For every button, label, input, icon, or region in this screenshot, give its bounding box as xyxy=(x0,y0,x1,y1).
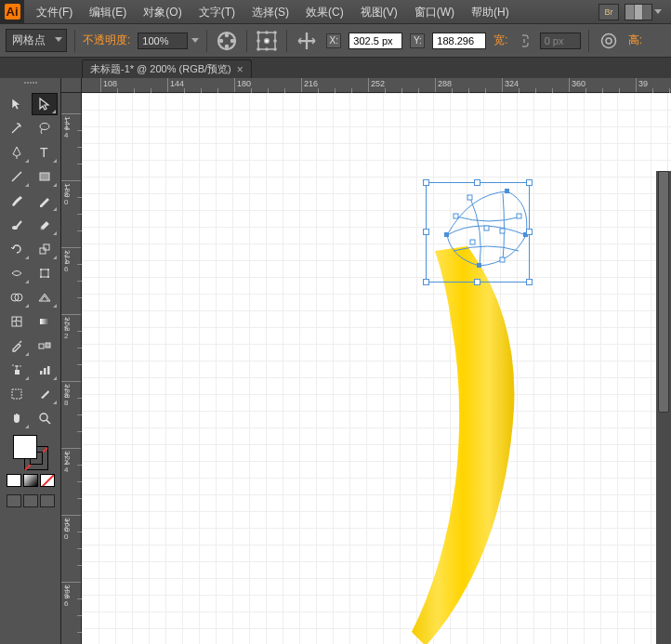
resize-handle-tl[interactable] xyxy=(423,179,429,186)
menu-window[interactable]: 窗口(W) xyxy=(406,0,463,24)
blend-tool[interactable] xyxy=(32,335,58,357)
symbol-sprayer-tool[interactable] xyxy=(4,359,30,381)
resize-handle-br[interactable] xyxy=(526,279,533,285)
vertical-ruler-column: 1441802162522883243603964 xyxy=(61,78,82,644)
menu-effect[interactable]: 效果(C) xyxy=(297,0,352,24)
menu-type[interactable]: 文字(T) xyxy=(191,0,243,24)
slice-tool[interactable] xyxy=(32,383,58,405)
svg-rect-32 xyxy=(40,319,49,324)
resize-handle-mr[interactable] xyxy=(526,229,533,235)
menu-select[interactable]: 选择(S) xyxy=(243,0,297,24)
ruler-origin[interactable] xyxy=(61,78,82,93)
svg-rect-24 xyxy=(41,269,48,277)
width-input[interactable] xyxy=(540,33,581,49)
lasso-tool[interactable] xyxy=(32,117,58,139)
shape-builder-tool[interactable] xyxy=(4,286,30,309)
resize-handle-bl[interactable] xyxy=(423,279,429,285)
horizontal-ruler[interactable]: 10814418021625228832436039 xyxy=(82,78,671,93)
menu-view[interactable]: 视图(V) xyxy=(352,0,406,24)
svg-point-3 xyxy=(225,44,230,48)
transform-icon[interactable] xyxy=(295,31,319,51)
svg-rect-33 xyxy=(39,344,44,348)
separator xyxy=(286,30,287,52)
draw-inside-icon[interactable] xyxy=(40,494,55,507)
bridge-button[interactable]: Br xyxy=(599,4,619,20)
width-tool[interactable] xyxy=(4,262,30,284)
column-graph-tool[interactable] xyxy=(32,359,58,381)
magic-wand-tool[interactable] xyxy=(4,117,30,139)
selection-bounding-box[interactable] xyxy=(426,182,530,283)
artboard-tool[interactable] xyxy=(4,383,30,405)
paintbrush-tool[interactable] xyxy=(4,190,30,212)
reference-point-icon[interactable] xyxy=(255,31,279,51)
free-transform-tool[interactable] xyxy=(32,262,58,284)
vertical-scrollbar[interactable] xyxy=(656,171,671,644)
app-bar-right: Br xyxy=(599,4,671,20)
draw-behind-icon[interactable] xyxy=(23,494,38,507)
fill-swatch[interactable] xyxy=(13,435,37,459)
svg-rect-38 xyxy=(40,371,43,375)
width-label: 宽: xyxy=(493,33,507,48)
svg-point-1 xyxy=(225,33,230,37)
document-tab[interactable]: 未标题-1* @ 200% (RGB/预览) × xyxy=(82,59,252,78)
control-bar: 网格点 不透明度: X: Y: 宽: 高: xyxy=(0,24,671,58)
resize-handle-tr[interactable] xyxy=(526,179,533,186)
chevron-down-icon[interactable] xyxy=(191,38,199,43)
resize-handle-ml[interactable] xyxy=(423,229,429,235)
rectangle-tool[interactable] xyxy=(32,165,58,188)
link-icon[interactable] xyxy=(516,31,533,51)
hand-tool[interactable] xyxy=(4,407,30,429)
gradient-mode-icon[interactable] xyxy=(23,474,38,487)
direct-selection-tool[interactable] xyxy=(32,93,58,115)
gradient-tool[interactable] xyxy=(32,310,58,333)
menu-edit[interactable]: 编辑(E) xyxy=(81,0,135,24)
dropdown-icon xyxy=(654,9,662,14)
type-tool[interactable]: T xyxy=(32,141,58,164)
svg-point-15 xyxy=(601,33,615,47)
close-icon[interactable]: × xyxy=(237,63,243,76)
selection-type-dropdown[interactable]: 网格点 xyxy=(6,29,67,52)
logo-text: Ai xyxy=(5,4,20,20)
none-mode-icon[interactable] xyxy=(40,474,55,487)
eyedropper-tool[interactable] xyxy=(4,335,30,357)
menu-help[interactable]: 帮助(H) xyxy=(463,0,518,24)
perspective-grid-tool[interactable] xyxy=(32,286,58,309)
mesh-tool[interactable] xyxy=(4,310,30,333)
svg-point-42 xyxy=(40,414,47,421)
workspace-layout-button[interactable] xyxy=(625,4,652,20)
svg-point-2 xyxy=(230,38,235,43)
zoom-tool[interactable] xyxy=(32,407,58,429)
constrain-icon[interactable] xyxy=(597,31,621,51)
menu-object[interactable]: 对象(O) xyxy=(135,0,190,24)
svg-point-11 xyxy=(274,39,278,43)
y-input[interactable] xyxy=(432,33,486,49)
x-input[interactable] xyxy=(349,33,402,49)
eraser-tool[interactable] xyxy=(32,214,58,236)
svg-point-28 xyxy=(47,276,49,278)
rotate-tool[interactable] xyxy=(4,238,30,260)
scrollbar-thumb[interactable] xyxy=(658,171,669,413)
separator xyxy=(588,30,589,52)
blob-brush-tool[interactable] xyxy=(4,214,30,236)
pen-tool[interactable] xyxy=(4,141,30,164)
height-label: 高: xyxy=(628,33,642,48)
resize-handle-bm[interactable] xyxy=(474,279,480,285)
opacity-input[interactable] xyxy=(138,33,188,49)
vertical-ruler[interactable]: 1441802162522883243603964 xyxy=(61,93,82,644)
selection-tool[interactable] xyxy=(4,93,30,115)
scale-tool[interactable] xyxy=(32,238,58,260)
resize-handle-tm[interactable] xyxy=(474,179,480,186)
pencil-tool[interactable] xyxy=(32,190,58,212)
document-tab-strip: 未标题-1* @ 200% (RGB/预览) × xyxy=(0,58,671,78)
draw-normal-icon[interactable] xyxy=(7,494,21,507)
menu-file[interactable]: 文件(F) xyxy=(28,0,81,24)
svg-point-4 xyxy=(219,38,224,43)
canvas[interactable] xyxy=(82,93,671,644)
fill-stroke-control[interactable] xyxy=(2,435,59,507)
svg-point-8 xyxy=(274,31,278,34)
separator xyxy=(206,30,207,52)
recolor-artwork-icon[interactable] xyxy=(215,31,239,51)
line-tool[interactable] xyxy=(4,165,30,188)
svg-point-17 xyxy=(40,124,49,130)
color-mode-icon[interactable] xyxy=(7,474,21,487)
